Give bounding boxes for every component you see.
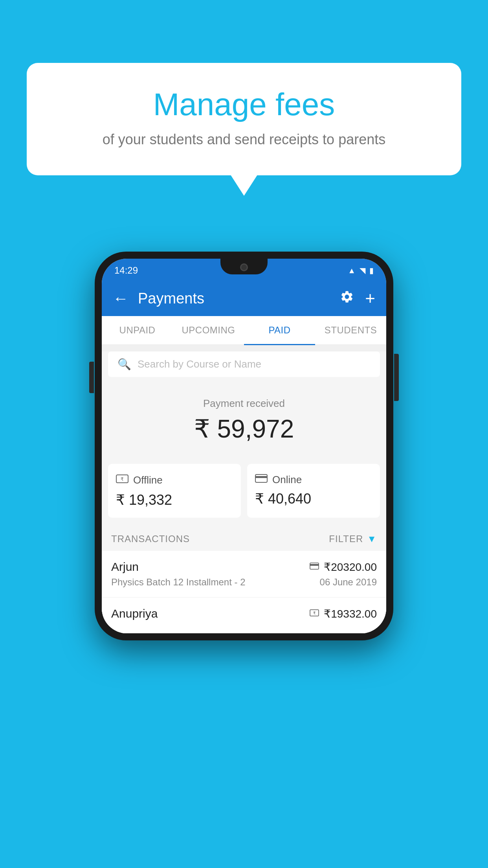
phone-screen: 14:29 ▲ ◥ ▮ ← Payments +: [102, 259, 386, 633]
offline-card: ₹ Offline ₹ 19,332: [108, 464, 241, 518]
offline-card-header: ₹ Offline: [116, 473, 163, 487]
transactions-label: TRANSACTIONS: [111, 533, 190, 544]
search-bar[interactable]: 🔍 Search by Course or Name: [108, 351, 380, 377]
transaction-amount: ₹20320.00: [324, 561, 377, 574]
offline-icon: ₹: [116, 473, 128, 487]
settings-icon[interactable]: [340, 290, 354, 307]
payment-cards: ₹ Offline ₹ 19,332: [102, 464, 386, 527]
transaction-amount: ₹19332.00: [324, 607, 377, 620]
offline-amount: ₹ 19,332: [116, 492, 172, 508]
search-input[interactable]: Search by Course or Name: [138, 358, 261, 370]
back-button[interactable]: ←: [113, 290, 128, 307]
app-content: 🔍 Search by Course or Name Payment recei…: [102, 351, 386, 633]
camera: [240, 263, 248, 271]
transaction-amount-row: ₹ ₹19332.00: [310, 607, 377, 620]
battery-icon: ▮: [369, 266, 374, 275]
phone-wrapper: 14:29 ▲ ◥ ▮ ← Payments +: [95, 252, 393, 640]
status-icons: ▲ ◥ ▮: [348, 266, 374, 275]
transaction-item[interactable]: Anupriya ₹ ₹19332.00: [102, 598, 386, 633]
offline-label: Offline: [133, 474, 163, 486]
student-name: Anupriya: [111, 607, 158, 620]
filter-label: FILTER: [329, 533, 363, 544]
search-icon: 🔍: [117, 358, 131, 371]
filter-icon: ▼: [367, 533, 377, 544]
status-time: 14:29: [114, 265, 138, 276]
payment-total-amount: ₹ 59,972: [111, 414, 377, 443]
online-icon: [255, 473, 268, 486]
tab-students[interactable]: STUDENTS: [315, 316, 386, 344]
phone-frame: 14:29 ▲ ◥ ▮ ← Payments +: [95, 252, 393, 640]
course-info: Physics Batch 12 Installment - 2: [111, 577, 245, 588]
transaction-amount-row: ₹20320.00: [310, 561, 377, 574]
payment-summary: Payment received ₹ 59,972: [102, 383, 386, 464]
tab-upcoming[interactable]: UPCOMING: [173, 316, 244, 344]
svg-rect-4: [310, 563, 319, 569]
speech-bubble-subtitle: of your students and send receipts to pa…: [46, 131, 442, 148]
filter-button[interactable]: FILTER ▼: [329, 533, 377, 544]
svg-rect-2: [255, 474, 267, 482]
student-name: Arjun: [111, 560, 139, 574]
speech-bubble-title: Manage fees: [46, 86, 442, 123]
tabs-container: UNPAID UPCOMING PAID STUDENTS: [102, 316, 386, 345]
svg-text:₹: ₹: [121, 476, 124, 482]
online-amount: ₹ 40,640: [255, 491, 311, 507]
signal-icon: ◥: [360, 266, 365, 275]
phone-notch: [220, 259, 268, 274]
transaction-row-bottom: Physics Batch 12 Installment - 2 06 June…: [111, 577, 377, 588]
online-label: Online: [272, 474, 302, 486]
svg-rect-3: [255, 476, 267, 478]
app-bar-actions: +: [340, 289, 375, 308]
online-card: Online ₹ 40,640: [247, 464, 380, 518]
payment-received-label: Payment received: [111, 397, 377, 410]
tab-paid[interactable]: PAID: [244, 316, 315, 344]
transactions-header: TRANSACTIONS FILTER ▼: [102, 527, 386, 551]
tab-unpaid[interactable]: UNPAID: [102, 316, 173, 344]
payment-method-offline-icon: ₹: [310, 609, 319, 619]
svg-rect-5: [310, 564, 319, 566]
speech-bubble: Manage fees of your students and send re…: [27, 63, 461, 175]
wifi-icon: ▲: [348, 266, 356, 275]
app-bar: ← Payments +: [102, 281, 386, 316]
transaction-item[interactable]: Arjun ₹20320.00 Physics: [102, 551, 386, 598]
app-bar-title: Payments: [138, 290, 340, 307]
transaction-row-top: Anupriya ₹ ₹19332.00: [111, 607, 377, 620]
online-card-header: Online: [255, 473, 302, 486]
payment-method-online-icon: [310, 562, 319, 572]
transaction-row-top: Arjun ₹20320.00: [111, 560, 377, 574]
svg-text:₹: ₹: [313, 611, 316, 615]
add-button[interactable]: +: [365, 289, 375, 308]
transaction-date: 06 June 2019: [320, 577, 377, 588]
